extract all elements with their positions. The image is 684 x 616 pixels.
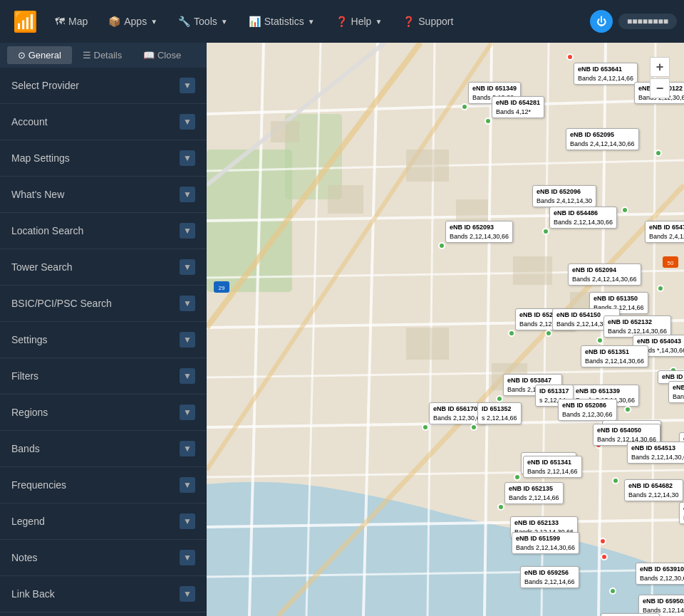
svg-rect-30: [570, 292, 598, 313]
sidebar-item-account[interactable]: Account ▼: [0, 104, 207, 140]
chevron-down-icon: ▼: [180, 441, 195, 456]
general-icon: ⊙: [18, 50, 26, 61]
sidebar: ⊙ General ☰ Details 📖 Close Select Provi…: [0, 43, 207, 616]
tab-details[interactable]: ☰ Details: [72, 46, 133, 64]
power-button[interactable]: ⏻: [590, 10, 613, 33]
svg-text:29: 29: [219, 285, 225, 291]
nav-statistics[interactable]: 📊 Statistics ▼: [240, 10, 323, 33]
map-background: 29 395 50: [207, 43, 684, 616]
navbar-right: ⏻ ■■■■■■■■: [590, 10, 677, 33]
statistics-icon: 📊: [249, 16, 261, 27]
chevron-down-icon: ▼: [180, 368, 195, 384]
help-icon: ❓: [336, 16, 348, 27]
chevron-down-icon: ▼: [180, 477, 195, 493]
chevron-down-icon: ▼: [180, 550, 195, 565]
nav-apps[interactable]: 📦 Apps ▼: [100, 10, 166, 33]
sidebar-item-tower-search[interactable]: Tower Search ▼: [0, 249, 207, 286]
zoom-controls: + −: [650, 57, 670, 98]
sidebar-item-notes[interactable]: Notes ▼: [0, 540, 207, 576]
chevron-down-icon: ▼: [180, 513, 195, 529]
svg-rect-25: [271, 121, 299, 142]
sidebar-item-filters[interactable]: Filters ▼: [0, 358, 207, 395]
user-menu[interactable]: ■■■■■■■■: [618, 14, 677, 29]
sidebar-item-location-search[interactable]: Location Search ▼: [0, 213, 207, 249]
apps-caret: ▼: [150, 18, 157, 26]
chevron-down-icon: ▼: [180, 586, 195, 602]
chevron-down-icon: ▼: [180, 223, 195, 239]
apps-icon: 📦: [108, 16, 120, 27]
zoom-out-button[interactable]: −: [650, 78, 670, 98]
wifi-icon: 📶: [13, 10, 38, 33]
brand-logo: 📶: [7, 10, 43, 33]
svg-rect-31: [406, 328, 449, 360]
chevron-down-icon: ▼: [180, 114, 195, 130]
nav-help[interactable]: ❓ Help ▼: [327, 10, 391, 33]
chevron-down-icon: ▼: [180, 259, 195, 275]
map-container[interactable]: 29 395 50 eNB ID 653641Bands 2,4,12,14,6…: [207, 43, 684, 616]
tools-caret: ▼: [221, 18, 228, 26]
navbar: 📶 🗺 Map 📦 Apps ▼ 🔧 Tools ▼ 📊 Statistics …: [0, 0, 684, 43]
svg-text:395: 395: [665, 374, 675, 380]
svg-rect-32: [492, 363, 527, 390]
nav-map[interactable]: 🗺 Map: [46, 10, 96, 33]
sidebar-item-legend[interactable]: Legend ▼: [0, 503, 207, 540]
map-area[interactable]: 29 395 50 eNB ID 653641Bands 2,4,12,14,6…: [207, 43, 684, 616]
main-layout: ⊙ General ☰ Details 📖 Close Select Provi…: [0, 43, 684, 616]
chevron-down-icon: ▼: [180, 150, 195, 166]
sidebar-item-regions[interactable]: Regions ▼: [0, 395, 207, 431]
tab-close[interactable]: 📖 Close: [133, 46, 192, 64]
nav-support[interactable]: ❓ Support: [394, 10, 462, 33]
statistics-caret: ▼: [308, 18, 315, 26]
sidebar-item-map-settings[interactable]: Map Settings ▼: [0, 140, 207, 177]
sidebar-item-frequencies[interactable]: Frequencies ▼: [0, 467, 207, 503]
chevron-down-icon: ▼: [180, 78, 195, 93]
support-icon: ❓: [403, 16, 415, 27]
svg-rect-28: [456, 199, 488, 224]
svg-rect-29: [513, 256, 552, 285]
chevron-down-icon: ▼: [180, 187, 195, 202]
chevron-down-icon: ▼: [180, 332, 195, 348]
sidebar-item-select-provider[interactable]: Select Provider ▼: [0, 68, 207, 104]
power-icon: ⏻: [596, 16, 606, 27]
svg-rect-33: [563, 385, 595, 409]
sidebar-item-bands[interactable]: Bands ▼: [0, 431, 207, 467]
svg-rect-26: [328, 185, 363, 214]
zoom-in-button[interactable]: +: [650, 57, 670, 77]
help-caret: ▼: [375, 18, 382, 26]
chevron-down-icon: ▼: [180, 404, 195, 420]
close-icon: 📖: [143, 50, 155, 61]
sub-tabs: ⊙ General ☰ Details 📖 Close: [0, 43, 207, 68]
sidebar-item-settings[interactable]: Settings ▼: [0, 322, 207, 358]
svg-text:50: 50: [668, 260, 674, 266]
svg-rect-27: [406, 150, 449, 182]
nav-tools[interactable]: 🔧 Tools ▼: [170, 10, 237, 33]
tab-general[interactable]: ⊙ General: [7, 46, 72, 64]
sidebar-item-link-back[interactable]: Link Back ▼: [0, 576, 207, 612]
tools-icon: 🔧: [178, 16, 190, 27]
chevron-down-icon: ▼: [180, 296, 195, 311]
sidebar-item-bsic-search[interactable]: BSIC/PCI/PSC Search ▼: [0, 286, 207, 322]
map-icon: 🗺: [55, 16, 65, 27]
details-icon: ☰: [83, 50, 91, 61]
sidebar-item-whats-new[interactable]: What's New ▼: [0, 177, 207, 213]
